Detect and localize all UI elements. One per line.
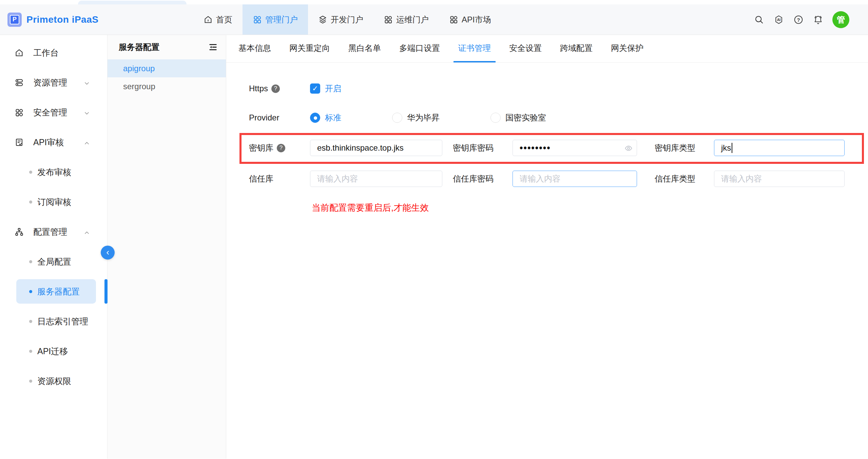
sidebar-item-label: 资源管理 [33, 77, 67, 88]
sidebar-item-resource-mgmt[interactable]: 资源管理 [0, 68, 107, 97]
provider-radio-group: 标准 华为毕昇 国密实验室 [310, 112, 546, 123]
keystore-password-input[interactable]: •••••••• [513, 140, 637, 156]
nav-label: 运维门户 [396, 14, 429, 25]
keystore-type-label: 密钥库类型 [655, 142, 714, 153]
sidebar-item-api-review[interactable]: API审核 [0, 127, 107, 157]
bullet-icon [29, 320, 32, 323]
sidebar-item-workbench[interactable]: 工作台 [0, 38, 107, 68]
nav-admin-portal[interactable]: 管理门户 [243, 4, 308, 35]
radio-label: 华为毕昇 [407, 112, 440, 123]
bullet-icon [29, 171, 32, 174]
bell-icon[interactable] [813, 14, 824, 25]
tab-gateway-redirect[interactable]: 网关重定向 [285, 35, 335, 62]
nav-home[interactable]: 首页 [193, 4, 243, 35]
truststore-input[interactable] [310, 171, 442, 187]
ai-assistant-icon[interactable]: AI [773, 14, 784, 25]
truststore-label-group: 信任库 [249, 173, 310, 184]
server-group-item-sergroup[interactable]: sergroup [108, 77, 226, 95]
user-avatar[interactable]: 管 [832, 11, 849, 28]
tab-certificate-mgmt[interactable]: 证书管理 [454, 35, 496, 62]
nav-label: 管理门户 [265, 14, 298, 25]
bullet-icon [29, 200, 32, 204]
radio-icon [490, 113, 501, 123]
nav-ops-portal[interactable]: 运维门户 [373, 4, 439, 35]
server-group-item-apigroup[interactable]: apigroup [108, 59, 226, 77]
radio-label: 国密实验室 [505, 112, 546, 123]
sidebar-subitem-label: 订阅审核 [37, 196, 71, 208]
sidebar-subitem-global-config[interactable]: 全局配置 [0, 247, 107, 276]
sidebar-subitem-subscribe-review[interactable]: 订阅审核 [0, 187, 107, 217]
radio-icon [392, 113, 402, 123]
provider-option-guomi-lab[interactable]: 国密实验室 [490, 112, 546, 123]
keystore-type-input[interactable]: jks [714, 140, 845, 156]
https-label: Https [249, 84, 268, 93]
sidebar-subitem-label: 资源权限 [37, 376, 71, 387]
header-actions: AI ? 管 [754, 4, 868, 35]
sidebar-subitem-label: 日志索引管理 [37, 316, 88, 327]
svg-text:?: ? [797, 17, 800, 22]
sidebar-item-label: 工作台 [33, 47, 59, 58]
tab-basic-info[interactable]: 基本信息 [234, 35, 276, 62]
sidebar-item-config-mgmt[interactable]: 配置管理 [0, 217, 107, 247]
top-strip [0, 0, 868, 4]
keystore-help-icon[interactable]: ? [277, 144, 285, 152]
chevron-up-icon [83, 228, 90, 235]
keystore-label-group: 密钥库 ? [249, 142, 310, 153]
portal-nav: 首页 管理门户 开发门户 运维门户 API市场 [193, 4, 501, 35]
truststore-password-input[interactable] [513, 171, 637, 187]
truststore-type-input[interactable] [714, 171, 845, 187]
truststore-type-label: 信任库类型 [655, 173, 714, 184]
panel-title: 服务器配置 [119, 42, 159, 53]
page-body: 工作台 资源管理 安全管理 API审核 发布审核 订阅审核 配置管理 [0, 35, 868, 459]
brand: P Primeton iPaaS [0, 4, 142, 35]
https-label-group: Https ? [249, 84, 310, 93]
provider-label: Provider [249, 113, 279, 122]
grid-icon [15, 108, 24, 117]
sidebar-subitem-server-config[interactable]: 服务器配置 [0, 276, 107, 306]
home-icon [15, 48, 24, 57]
server-config-panel: 服务器配置 apigroup sergroup [108, 35, 226, 459]
sidebar-collapse-button[interactable] [101, 246, 115, 260]
svg-text:AI: AI [777, 18, 781, 22]
tab-multiport-settings[interactable]: 多端口设置 [394, 35, 445, 62]
sidebar-subitem-api-migration[interactable]: API迁移 [0, 336, 107, 366]
truststore-password-label: 信任库密码 [453, 173, 513, 184]
keystore-highlight-box: 密钥库 ? 密钥库密码 •••••••• 密钥库类型 jks [239, 133, 864, 164]
tab-bar: 基本信息 网关重定向 黑白名单 多端口设置 证书管理 安全设置 跨域配置 网关保… [226, 35, 868, 63]
provider-label-group: Provider [249, 113, 310, 122]
sidebar-subitem-publish-review[interactable]: 发布审核 [0, 157, 107, 187]
tab-cors-config[interactable]: 跨域配置 [555, 35, 597, 62]
provider-option-standard[interactable]: 标准 [310, 112, 341, 123]
app-header: P Primeton iPaaS 首页 管理门户 开发门户 运维门户 API市场 [0, 4, 868, 35]
sidebar-item-security-mgmt[interactable]: 安全管理 [0, 97, 107, 127]
sidebar-subitem-resource-permission[interactable]: 资源权限 [0, 366, 107, 396]
eye-icon[interactable] [624, 144, 633, 152]
main-content: 基本信息 网关重定向 黑白名单 多端口设置 证书管理 安全设置 跨域配置 网关保… [226, 35, 868, 459]
nav-api-market[interactable]: API市场 [439, 4, 501, 35]
doc-check-icon [15, 138, 24, 147]
brand-logo-icon: P [7, 13, 22, 27]
nav-label: 首页 [216, 14, 232, 25]
truststore-row: 信任库 信任库密码 信任库类型 [249, 171, 868, 187]
search-icon[interactable] [754, 14, 765, 25]
https-checkbox[interactable]: ✓ [310, 83, 320, 94]
menu-fold-icon[interactable] [208, 42, 218, 52]
tab-blacklist-whitelist[interactable]: 黑白名单 [344, 35, 386, 62]
tab-gateway-protection[interactable]: 网关保护 [606, 35, 648, 62]
tab-security-settings[interactable]: 安全设置 [504, 35, 546, 62]
chevron-up-icon [83, 139, 90, 146]
grid-icon [384, 15, 393, 24]
certificate-form: Https ? ✓ 开启 Provider 标准 华为毕昇 [226, 63, 868, 214]
help-icon[interactable]: ? [793, 14, 804, 25]
sidebar-subitem-label: API迁移 [37, 346, 68, 357]
bullet-icon [29, 260, 32, 263]
https-help-icon[interactable]: ? [271, 84, 280, 93]
nav-dev-portal[interactable]: 开发门户 [308, 4, 373, 35]
provider-option-huawei-bisheng[interactable]: 华为毕昇 [392, 112, 440, 123]
keystore-input[interactable] [310, 140, 442, 156]
sidebar-subitem-log-index-mgmt[interactable]: 日志索引管理 [0, 306, 107, 336]
home-icon [204, 15, 213, 24]
chevron-down-icon [83, 109, 90, 116]
chevron-down-icon [83, 79, 90, 86]
brand-name: Primeton iPaaS [26, 14, 98, 25]
